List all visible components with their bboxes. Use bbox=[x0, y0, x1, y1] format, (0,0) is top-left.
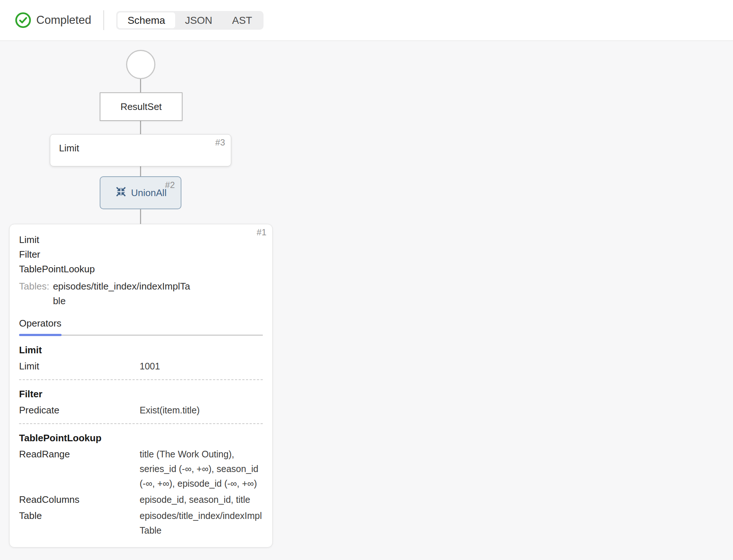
tables-value: episodes/title_index/indexImplTable bbox=[53, 279, 191, 308]
section-title: Limit bbox=[19, 343, 263, 357]
section-title: Filter bbox=[19, 387, 263, 401]
section-title: TablePointLookup bbox=[19, 431, 263, 445]
kv-value: episode_id, season_id, title bbox=[140, 492, 263, 507]
details-panel: #1 Limit Filter TablePointLookup Tables:… bbox=[9, 224, 273, 548]
check-circle-icon bbox=[15, 12, 32, 29]
node-limit-label: Limit bbox=[59, 143, 79, 154]
kv-value: episodes/title_index/indexImplTable bbox=[140, 508, 263, 538]
kv-key: ReadColumns bbox=[19, 492, 140, 507]
node-unionall[interactable]: UnionAll #2 bbox=[100, 176, 181, 209]
kv-value: Exist(item.title) bbox=[140, 403, 263, 417]
query-status: Completed bbox=[15, 12, 91, 29]
details-panel-badge: #1 bbox=[257, 227, 266, 237]
operators-tab-underline bbox=[19, 334, 263, 336]
kv-key: Limit bbox=[19, 359, 140, 373]
plan-canvas: ResultSet Limit #3 UnionAll #2 #1 Limit … bbox=[0, 41, 733, 560]
operator-item: TablePointLookup bbox=[19, 262, 263, 276]
tab-ast[interactable]: AST bbox=[222, 12, 262, 28]
kv-row: Table episodes/title_index/indexImplTabl… bbox=[19, 508, 263, 538]
top-bar: Completed Schema JSON AST bbox=[0, 0, 733, 41]
node-limit-badge: #3 bbox=[215, 137, 225, 148]
kv-row: ReadColumns episode_id, season_id, title bbox=[19, 492, 263, 507]
operator-item: Limit bbox=[19, 232, 263, 247]
dashed-divider bbox=[19, 379, 263, 380]
divider bbox=[103, 10, 104, 30]
operator-item: Filter bbox=[19, 247, 263, 262]
kv-value: title (The Work Outing), series_id (-∞, … bbox=[140, 447, 263, 491]
kv-key: Table bbox=[19, 508, 140, 538]
node-unionall-label: UnionAll bbox=[131, 187, 167, 199]
node-resultset-label: ResultSet bbox=[121, 101, 162, 113]
operators-tab[interactable]: Operators bbox=[19, 317, 263, 336]
operators-summary-list: Limit Filter TablePointLookup bbox=[19, 232, 263, 276]
tab-json[interactable]: JSON bbox=[175, 12, 222, 28]
node-unionall-badge: #2 bbox=[165, 180, 175, 190]
kv-row: ReadRange title (The Work Outing), serie… bbox=[19, 447, 263, 491]
start-node[interactable] bbox=[126, 50, 155, 79]
kv-key: ReadRange bbox=[19, 447, 140, 491]
kv-row: Limit 1001 bbox=[19, 359, 263, 373]
status-label: Completed bbox=[36, 14, 91, 27]
kv-value: 1001 bbox=[140, 359, 263, 373]
kv-key: Predicate bbox=[19, 403, 140, 417]
tables-label: Tables: bbox=[19, 279, 49, 294]
node-resultset[interactable]: ResultSet bbox=[100, 92, 183, 121]
node-limit[interactable]: Limit #3 bbox=[50, 134, 231, 166]
operators-tab-label: Operators bbox=[19, 317, 62, 329]
kv-row: Predicate Exist(item.title) bbox=[19, 403, 263, 417]
view-switcher: Schema JSON AST bbox=[116, 11, 264, 30]
collapse-arrows-icon bbox=[115, 185, 127, 200]
dashed-divider bbox=[19, 423, 263, 424]
tab-schema[interactable]: Schema bbox=[118, 12, 175, 28]
tables-row: Tables: episodes/title_index/indexImplTa… bbox=[19, 279, 263, 308]
